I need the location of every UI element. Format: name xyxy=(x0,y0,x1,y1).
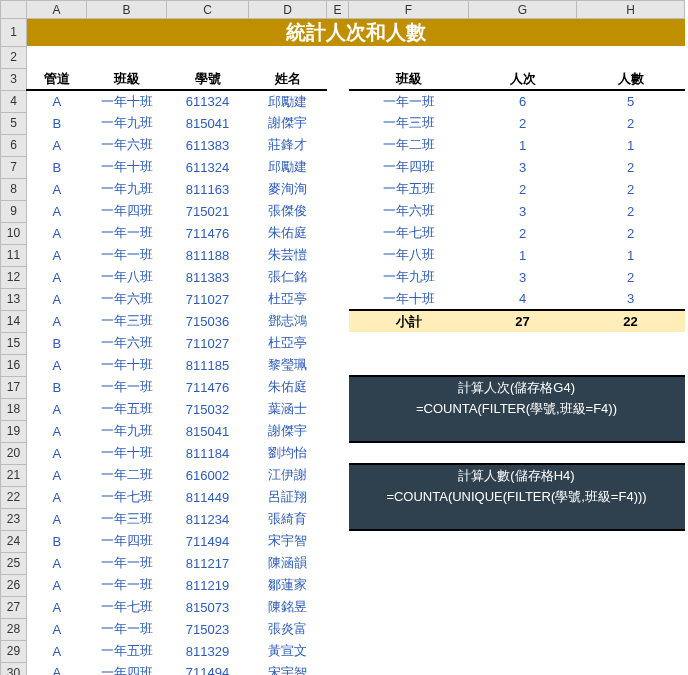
row-header-3[interactable]: 3 xyxy=(1,68,27,90)
row-header-26[interactable]: 26 xyxy=(1,574,27,596)
left-d: 陳涵韻 xyxy=(249,552,327,574)
right-header-g: 人次 xyxy=(469,68,577,90)
row-header-23[interactable]: 23 xyxy=(1,508,27,530)
right-g: 3 xyxy=(469,266,577,288)
col-header-D[interactable]: D xyxy=(249,1,327,19)
left-b: 一年八班 xyxy=(87,266,167,288)
left-d: 邱勵建 xyxy=(249,156,327,178)
blank xyxy=(87,46,167,68)
spreadsheet-grid[interactable]: ABCDEFGH 1統計人次和人數23管道班級學號姓名班級人次人數4A一年十班6… xyxy=(0,0,685,675)
row-header-30[interactable]: 30 xyxy=(1,662,27,675)
left-b: 一年一班 xyxy=(87,618,167,640)
blank xyxy=(469,46,577,68)
blank xyxy=(577,574,685,596)
gap xyxy=(327,156,349,178)
left-b: 一年十班 xyxy=(87,354,167,376)
col-header-G[interactable]: G xyxy=(469,1,577,19)
left-c: 811234 xyxy=(167,508,249,530)
blank xyxy=(349,618,469,640)
right-g: 2 xyxy=(469,222,577,244)
left-header-c: 學號 xyxy=(167,68,249,90)
blank xyxy=(349,354,469,376)
blank xyxy=(577,332,685,354)
left-d: 朱芸愷 xyxy=(249,244,327,266)
row-header-4[interactable]: 4 xyxy=(1,90,27,112)
row-header-22[interactable]: 22 xyxy=(1,486,27,508)
row-header-7[interactable]: 7 xyxy=(1,156,27,178)
row-header-20[interactable]: 20 xyxy=(1,442,27,464)
formula1-pad xyxy=(349,420,685,442)
right-g: 3 xyxy=(469,200,577,222)
right-f: 一年四班 xyxy=(349,156,469,178)
col-header-C[interactable]: C xyxy=(167,1,249,19)
row-header-9[interactable]: 9 xyxy=(1,200,27,222)
blank xyxy=(327,46,349,68)
col-header-F[interactable]: F xyxy=(349,1,469,19)
blank xyxy=(577,640,685,662)
row-header-2[interactable]: 2 xyxy=(1,46,27,68)
left-d: 杜亞亭 xyxy=(249,332,327,354)
row-header-25[interactable]: 25 xyxy=(1,552,27,574)
row-header-11[interactable]: 11 xyxy=(1,244,27,266)
row-header-14[interactable]: 14 xyxy=(1,310,27,332)
row-header-6[interactable]: 6 xyxy=(1,134,27,156)
row-header-18[interactable]: 18 xyxy=(1,398,27,420)
row-header-5[interactable]: 5 xyxy=(1,112,27,134)
gap xyxy=(327,640,349,662)
right-h: 2 xyxy=(577,178,685,200)
blank xyxy=(577,442,685,464)
col-header-A[interactable]: A xyxy=(27,1,87,19)
left-a: A xyxy=(27,574,87,596)
row-header-19[interactable]: 19 xyxy=(1,420,27,442)
left-c: 611324 xyxy=(167,156,249,178)
column-headers[interactable]: ABCDEFGH xyxy=(1,1,685,19)
gap xyxy=(327,90,349,112)
row-header-16[interactable]: 16 xyxy=(1,354,27,376)
right-g: 1 xyxy=(469,244,577,266)
row-header-1[interactable]: 1 xyxy=(1,19,27,47)
gap xyxy=(327,442,349,464)
right-f: 一年九班 xyxy=(349,266,469,288)
left-a: A xyxy=(27,310,87,332)
blank xyxy=(469,640,577,662)
blank xyxy=(469,662,577,675)
col-header-H[interactable]: H xyxy=(577,1,685,19)
left-d: 張傑俊 xyxy=(249,200,327,222)
row-header-15[interactable]: 15 xyxy=(1,332,27,354)
row-header-17[interactable]: 17 xyxy=(1,376,27,398)
row-header-8[interactable]: 8 xyxy=(1,178,27,200)
left-b: 一年十班 xyxy=(87,90,167,112)
row-header-21[interactable]: 21 xyxy=(1,464,27,486)
row-header-28[interactable]: 28 xyxy=(1,618,27,640)
left-a: A xyxy=(27,288,87,310)
row-header-10[interactable]: 10 xyxy=(1,222,27,244)
col-header-E[interactable]: E xyxy=(327,1,349,19)
col-header-B[interactable]: B xyxy=(87,1,167,19)
left-b: 一年六班 xyxy=(87,332,167,354)
left-b: 一年十班 xyxy=(87,156,167,178)
right-f: 一年三班 xyxy=(349,112,469,134)
right-header-f: 班級 xyxy=(349,68,469,90)
left-c: 611383 xyxy=(167,134,249,156)
right-g: 1 xyxy=(469,134,577,156)
row-header-29[interactable]: 29 xyxy=(1,640,27,662)
left-d: 鄧志鴻 xyxy=(249,310,327,332)
left-a: A xyxy=(27,508,87,530)
row-header-24[interactable]: 24 xyxy=(1,530,27,552)
formula2-label: 計算人數(儲存格H4) xyxy=(349,464,685,486)
left-d: 朱佑庭 xyxy=(249,376,327,398)
blank xyxy=(577,662,685,675)
left-d: 宋宇智 xyxy=(249,662,327,675)
left-a: A xyxy=(27,618,87,640)
row-header-27[interactable]: 27 xyxy=(1,596,27,618)
left-d: 張炎富 xyxy=(249,618,327,640)
left-d: 莊鋒才 xyxy=(249,134,327,156)
row-header-12[interactable]: 12 xyxy=(1,266,27,288)
left-c: 711027 xyxy=(167,332,249,354)
blank xyxy=(349,442,469,464)
left-d: 葉涵士 xyxy=(249,398,327,420)
left-b: 一年七班 xyxy=(87,486,167,508)
gap xyxy=(327,662,349,675)
right-header-h: 人數 xyxy=(577,68,685,90)
row-header-13[interactable]: 13 xyxy=(1,288,27,310)
